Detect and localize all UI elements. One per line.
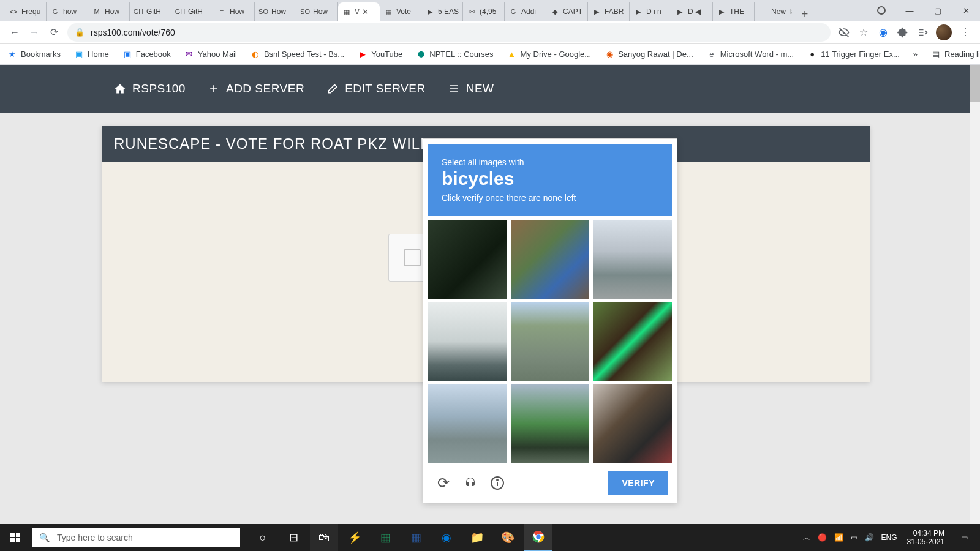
maximize-button[interactable]: ▢ [924, 0, 952, 21]
browser-tab-5[interactable]: ≡How [213, 2, 255, 21]
browser-tab-0[interactable]: <>Frequ [5, 2, 47, 21]
audio-challenge-icon[interactable] [459, 471, 482, 495]
cortana-icon[interactable]: ○ [249, 524, 277, 551]
account-icon[interactable]: ◉ [877, 26, 889, 39]
browser-tab-18[interactable]: New Tab [755, 2, 796, 21]
captcha-tile-7[interactable] [428, 384, 507, 463]
bookmark-8[interactable]: ◉Sanyog Rawat | De... [605, 50, 693, 59]
bookmark-5[interactable]: ▶YouTube [358, 50, 402, 59]
tray-chevron-icon[interactable]: ︿ [799, 533, 814, 543]
browser-tab-11[interactable]: ✉(4,95 [463, 2, 505, 21]
favicon-icon: ▦ [383, 7, 393, 17]
captcha-tile-3[interactable] [593, 220, 672, 299]
browser-tab-6[interactable]: SOHow [255, 2, 296, 21]
browser-tab-16[interactable]: ▶D ◀ [671, 2, 713, 21]
url-text: rsps100.com/vote/760 [91, 28, 175, 37]
tab-label: how [63, 7, 77, 16]
browser-tab-10[interactable]: ▶5 EAS [421, 2, 463, 21]
tab-label: How [230, 7, 244, 16]
eye-off-icon[interactable] [838, 26, 850, 39]
browser-tab-8[interactable]: ▦V✕ [338, 2, 380, 21]
close-window-button[interactable]: ✕ [952, 0, 980, 21]
star-icon[interactable]: ☆ [858, 26, 870, 39]
reading-list-button[interactable]: ▤Reading list [931, 50, 980, 59]
start-button[interactable] [0, 524, 31, 551]
action-center-icon[interactable]: ▭ [951, 524, 978, 551]
menu-icon[interactable]: ⋮ [959, 26, 971, 39]
tab-label: How [105, 7, 119, 16]
favicon-icon: ▶ [633, 7, 643, 17]
address-bar[interactable]: 🔒 rsps100.com/vote/760 [67, 23, 831, 42]
bookmark-0[interactable]: ★Bookmarks [7, 50, 61, 59]
store-icon[interactable]: 🛍 [310, 524, 338, 551]
browser-tab-9[interactable]: ▦Vote [380, 2, 421, 21]
tray-wifi-icon[interactable]: 📶 [831, 533, 847, 542]
reload-challenge-icon[interactable]: ⟳ [432, 471, 455, 495]
reading-list-toggle-icon[interactable] [916, 26, 929, 39]
minimize-button[interactable]: — [895, 0, 924, 21]
browser-tab-4[interactable]: GHGitH [172, 2, 213, 21]
word-icon[interactable]: ▦ [402, 524, 430, 551]
captcha-tile-2[interactable] [511, 220, 590, 299]
recaptcha-checkbox[interactable] [404, 249, 421, 266]
forward-button[interactable]: → [24, 23, 44, 42]
task-view-icon[interactable]: ⊟ [279, 524, 307, 551]
browser-tab-14[interactable]: ▶FABR [588, 2, 630, 21]
browser-tab-2[interactable]: MHow [88, 2, 130, 21]
tray-language[interactable]: ENG [878, 533, 901, 542]
info-icon[interactable] [486, 471, 509, 495]
tray-battery-icon[interactable]: ▭ [847, 533, 861, 542]
browser-tab-7[interactable]: SOHow [296, 2, 338, 21]
bookmark-1[interactable]: ▣Home [74, 50, 109, 59]
nav-add-server[interactable]: ADD SERVER [208, 82, 304, 96]
new-tab-button[interactable]: + [796, 8, 813, 21]
bookmark-4[interactable]: ◐Bsnl Speed Test - Bs... [251, 50, 344, 59]
tray-volume-icon[interactable]: 🔊 [861, 533, 878, 542]
explorer-icon[interactable]: 📁 [463, 524, 491, 551]
edge-icon[interactable]: ◉ [432, 524, 461, 551]
captcha-tile-6[interactable] [593, 302, 672, 381]
bookmark-6[interactable]: ⬢NPTEL :: Courses [416, 50, 493, 59]
tray-security-icon[interactable]: 🔴 [814, 533, 831, 542]
close-tab-icon[interactable]: ✕ [362, 7, 369, 17]
browser-tab-12[interactable]: GAddi [505, 2, 546, 21]
tray-clock[interactable]: 04:34 PM 31-05-2021 [901, 529, 951, 547]
bookmark-bar: ★Bookmarks▣Home▣Facebook✉Yahoo Mail◐Bsnl… [0, 44, 980, 65]
extensions-icon[interactable] [897, 26, 909, 39]
bookmark-overflow[interactable]: » [913, 50, 918, 59]
search-icon: 🔍 [39, 533, 50, 542]
captcha-tile-8[interactable] [511, 384, 590, 463]
nav-rsps100[interactable]: RSPS100 [114, 82, 186, 96]
account-circle-icon[interactable] [867, 0, 895, 21]
browser-tab-13[interactable]: ◆CAPT [546, 2, 588, 21]
browser-tab-15[interactable]: ▶D i n [630, 2, 671, 21]
favicon-icon: SO [258, 7, 268, 17]
bookmark-9[interactable]: eMicrosoft Word - m... [707, 50, 794, 59]
nav-new[interactable]: NEW [448, 82, 494, 96]
captcha-tile-5[interactable] [511, 302, 590, 381]
browser-tab-1[interactable]: Ghow [47, 2, 88, 21]
tab-label: D i n [646, 7, 662, 16]
bookmark-7[interactable]: ▲My Drive - Google... [507, 50, 592, 59]
paint-icon[interactable]: 🎨 [494, 524, 522, 551]
vertical-scrollbar[interactable] [970, 65, 980, 524]
nav-edit-server[interactable]: EDIT SERVER [326, 82, 426, 96]
chrome-icon[interactable] [524, 524, 552, 551]
browser-tab-3[interactable]: GHGitH [130, 2, 172, 21]
taskbar-search[interactable]: 🔍 Type here to search [32, 528, 240, 547]
verify-button[interactable]: VERIFY [608, 471, 668, 495]
bookmark-10[interactable]: ●11 Trigger Finger Ex... [807, 50, 900, 59]
captcha-tile-9[interactable] [593, 384, 672, 463]
back-button[interactable]: ← [5, 23, 24, 42]
captcha-tile-1[interactable] [428, 220, 507, 299]
bookmark-2[interactable]: ▣Facebook [123, 50, 171, 59]
reload-button[interactable]: ⟳ [44, 23, 64, 42]
captcha-tile-4[interactable] [428, 302, 507, 381]
favicon-icon: ▶ [717, 7, 726, 17]
app-icon-1[interactable]: ⚡ [341, 524, 369, 551]
browser-tab-17[interactable]: ▶THE [713, 2, 755, 21]
excel-icon[interactable]: ▦ [371, 524, 399, 551]
favicon-icon: G [508, 7, 518, 17]
profile-avatar[interactable] [936, 24, 952, 40]
bookmark-3[interactable]: ✉Yahoo Mail [184, 50, 237, 59]
